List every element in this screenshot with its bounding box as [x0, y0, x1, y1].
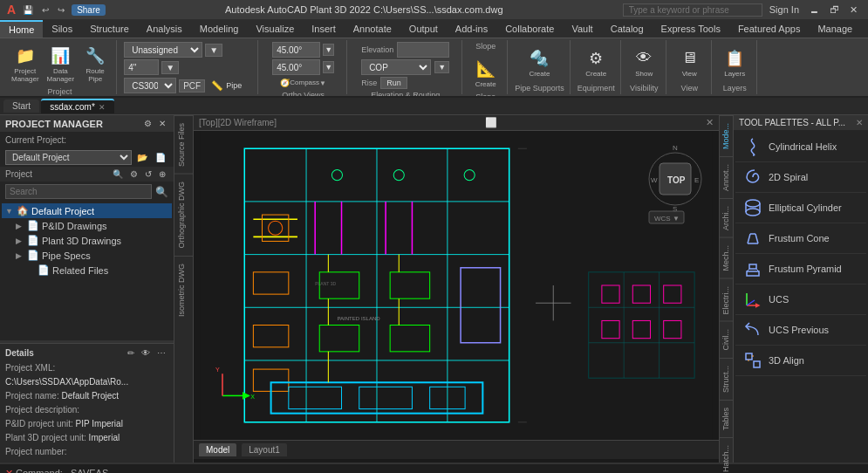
tree-item-pipespecs[interactable]: ▶ 📄 Pipe Specs: [2, 248, 172, 263]
palette-item-elliptical-cylinder[interactable]: Elliptical Cylinder: [735, 193, 866, 223]
tab-manage[interactable]: Manage: [809, 21, 861, 37]
drawing-area[interactable]: X Y: [194, 131, 719, 440]
data-manager-button[interactable]: 📊 DataManager: [44, 42, 78, 86]
side-tab-archi[interactable]: Archi...: [720, 198, 733, 237]
nav-cube[interactable]: N E S W TOP WCS ▼: [640, 140, 710, 209]
tab-collaborate[interactable]: Collaborate: [496, 21, 563, 37]
tree-item-default-project[interactable]: ▼ 🏠 Default Project: [2, 203, 172, 218]
side-tab-source-files[interactable]: Source Files: [174, 115, 193, 174]
minimize-button[interactable]: 🗕: [806, 4, 823, 15]
tab-addins[interactable]: Add-ins: [447, 21, 496, 37]
share-button[interactable]: Share: [72, 4, 106, 16]
spec-dropdown[interactable]: CS300: [124, 78, 176, 93]
tab-annotate[interactable]: Annotate: [345, 21, 400, 37]
side-tab-annot[interactable]: Annot...: [720, 156, 733, 198]
angle1-options[interactable]: ▼: [323, 44, 334, 56]
tree-item-related[interactable]: 📄 Related Files: [2, 263, 172, 278]
tab-express-tools[interactable]: Express Tools: [653, 21, 729, 37]
pipe-size-input[interactable]: [124, 59, 159, 75]
tool-palettes-close[interactable]: ✕: [856, 118, 863, 127]
cop-options[interactable]: ▼: [434, 61, 449, 73]
pm-tool4-button[interactable]: ⊕: [156, 168, 168, 180]
tree-item-plant3d[interactable]: ▶ 📄 Plant 3D Drawings: [2, 233, 172, 248]
tab-visualize[interactable]: Visualize: [247, 21, 303, 37]
project-manager-button[interactable]: 📁 ProjectManager: [9, 42, 42, 86]
side-tab-civil[interactable]: Civil...: [720, 321, 733, 358]
pm-tool1-button[interactable]: 🔍: [110, 168, 126, 180]
slope-create-button[interactable]: 📐 Create: [470, 55, 502, 91]
tab-modeling[interactable]: Modeling: [191, 21, 248, 37]
file-tab-ssdax[interactable]: ssdax.com* ✕: [41, 99, 114, 113]
layout1-tab[interactable]: Layout1: [242, 443, 287, 456]
side-tab-mode[interactable]: Mode...: [720, 115, 733, 156]
palette-item-ucs-previous[interactable]: UCS Previous: [735, 315, 866, 346]
palette-item-frustum-cone[interactable]: Frustum Cone: [735, 223, 866, 254]
tab-analysis[interactable]: Analysis: [138, 21, 191, 37]
run-button[interactable]: Run: [380, 77, 407, 89]
cop-dropdown[interactable]: COP: [361, 59, 431, 75]
pm-settings-button[interactable]: ⚙: [141, 118, 154, 129]
angle2-options[interactable]: ▼: [323, 61, 334, 73]
tab-home[interactable]: Home: [0, 20, 43, 38]
side-tab-mech[interactable]: Mech...: [720, 237, 733, 278]
ssdax-tab-close[interactable]: ✕: [99, 103, 106, 112]
pm-browse-button[interactable]: 📂: [134, 152, 150, 163]
redo-button[interactable]: ↪: [56, 5, 66, 15]
tab-vault[interactable]: Vault: [563, 21, 601, 37]
tab-structure[interactable]: Structure: [81, 21, 138, 37]
palette-item-cylindrical-helix[interactable]: Cylindrical Helix: [735, 132, 866, 162]
side-tab-electri[interactable]: Electri...: [720, 278, 733, 322]
tab-output[interactable]: Output: [400, 21, 447, 37]
tab-catalog[interactable]: Catalog: [602, 21, 653, 37]
route-pipe-button[interactable]: 🔧 RoutePipe: [79, 42, 111, 86]
palette-item-ucs[interactable]: UCS: [735, 284, 866, 315]
viewport-close-button[interactable]: ✕: [706, 117, 714, 128]
details-view-button[interactable]: 👁: [139, 347, 153, 359]
pm-search-input[interactable]: [5, 184, 152, 199]
equipment-create-button[interactable]: ⚙ Create: [580, 45, 612, 80]
unassigned-options-button[interactable]: ▼: [205, 44, 222, 57]
side-tab-hatch[interactable]: Hatch...: [720, 437, 733, 473]
compass-button[interactable]: 🧭 Compass ▼: [277, 77, 329, 89]
file-tab-start[interactable]: Start: [3, 99, 39, 113]
pm-new-button[interactable]: 📄: [153, 152, 168, 163]
pcf-button[interactable]: PCF: [179, 79, 205, 93]
palette-item-3d-align[interactable]: 3D Align: [735, 346, 866, 376]
pipe-supports-create-button[interactable]: 🔩 Create: [523, 45, 555, 80]
close-button[interactable]: ✕: [846, 4, 861, 16]
side-tab-struct[interactable]: Struct...: [720, 358, 733, 400]
angle1-input[interactable]: [272, 42, 320, 58]
sign-in-button[interactable]: Sign In: [766, 4, 803, 15]
undo-button[interactable]: ↩: [40, 5, 51, 15]
tab-insert[interactable]: Insert: [303, 21, 345, 37]
pm-tool2-button[interactable]: ⚙: [127, 168, 140, 180]
elevation-input[interactable]: [397, 42, 449, 58]
model-tab[interactable]: Model: [199, 443, 236, 456]
side-tab-ortho-dwg[interactable]: Orthographic DWG: [174, 174, 193, 256]
quick-save-button[interactable]: 💾: [21, 5, 35, 15]
side-tab-iso-dwg[interactable]: Isometric DWG: [174, 256, 193, 324]
unassigned-dropdown[interactable]: Unassigned: [124, 42, 202, 58]
pm-search-button[interactable]: 🔍: [155, 186, 168, 198]
pipe-button[interactable]: 📏 Pipe: [208, 77, 244, 94]
pm-close-button[interactable]: ✕: [156, 118, 168, 129]
details-edit-button[interactable]: ✏: [125, 347, 137, 359]
maximize-button[interactable]: 🗗: [826, 4, 843, 15]
tab-silos[interactable]: Silos: [43, 21, 81, 37]
view-button[interactable]: 🖥 View: [673, 45, 705, 80]
viewport-maximize-button[interactable]: ⬜: [485, 117, 497, 128]
pm-tool3-button[interactable]: ↺: [142, 168, 154, 180]
show-button[interactable]: 👁 Show: [628, 45, 660, 80]
side-tab-tables[interactable]: Tables: [720, 400, 733, 437]
search-input[interactable]: [623, 3, 762, 17]
palette-item-2d-spiral[interactable]: 2D Spiral: [735, 162, 866, 193]
layers-button[interactable]: 📋 Layers: [719, 45, 750, 80]
angle2-input[interactable]: [272, 59, 320, 75]
elevation-label: Elevation: [361, 45, 393, 54]
tab-featured-apps[interactable]: Featured Apps: [729, 21, 810, 37]
details-more-button[interactable]: ⋯: [154, 347, 168, 359]
size-options-button[interactable]: ▼: [161, 61, 179, 74]
tree-item-pid[interactable]: ▶ 📄 P&ID Drawings: [2, 218, 172, 233]
pm-project-dropdown[interactable]: Default Project: [5, 150, 132, 165]
palette-item-frustum-pyramid[interactable]: Frustum Pyramid: [735, 254, 866, 284]
